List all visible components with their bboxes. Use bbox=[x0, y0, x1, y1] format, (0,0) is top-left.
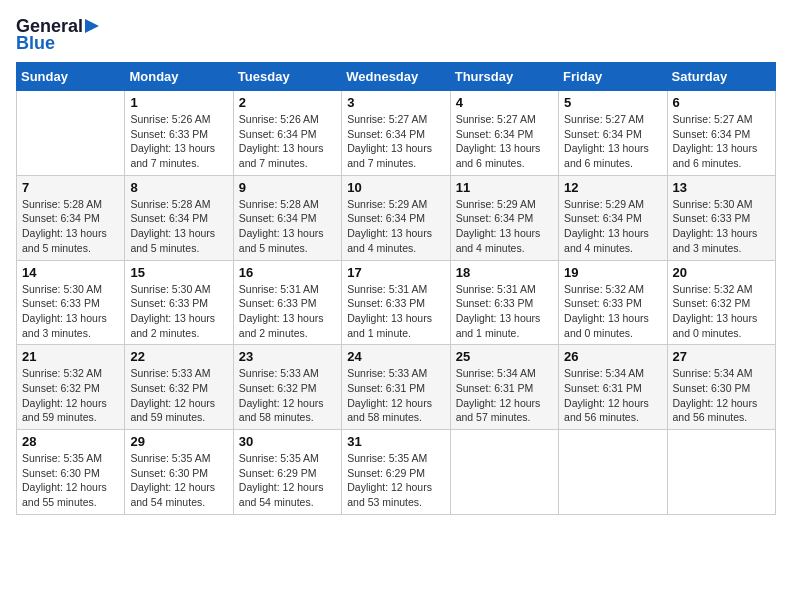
day-number: 7 bbox=[22, 180, 119, 195]
day-info: Sunrise: 5:29 AM Sunset: 6:34 PM Dayligh… bbox=[347, 197, 444, 256]
calendar-cell: 6Sunrise: 5:27 AM Sunset: 6:34 PM Daylig… bbox=[667, 91, 775, 176]
day-number: 11 bbox=[456, 180, 553, 195]
day-info: Sunrise: 5:27 AM Sunset: 6:34 PM Dayligh… bbox=[456, 112, 553, 171]
day-number: 22 bbox=[130, 349, 227, 364]
calendar-cell: 10Sunrise: 5:29 AM Sunset: 6:34 PM Dayli… bbox=[342, 175, 450, 260]
calendar-cell: 24Sunrise: 5:33 AM Sunset: 6:31 PM Dayli… bbox=[342, 345, 450, 430]
calendar-cell: 5Sunrise: 5:27 AM Sunset: 6:34 PM Daylig… bbox=[559, 91, 667, 176]
day-number: 9 bbox=[239, 180, 336, 195]
calendar-cell: 4Sunrise: 5:27 AM Sunset: 6:34 PM Daylig… bbox=[450, 91, 558, 176]
calendar-cell: 29Sunrise: 5:35 AM Sunset: 6:30 PM Dayli… bbox=[125, 430, 233, 515]
day-info: Sunrise: 5:32 AM Sunset: 6:32 PM Dayligh… bbox=[22, 366, 119, 425]
day-number: 21 bbox=[22, 349, 119, 364]
day-info: Sunrise: 5:33 AM Sunset: 6:32 PM Dayligh… bbox=[239, 366, 336, 425]
day-number: 23 bbox=[239, 349, 336, 364]
calendar-cell: 15Sunrise: 5:30 AM Sunset: 6:33 PM Dayli… bbox=[125, 260, 233, 345]
day-number: 29 bbox=[130, 434, 227, 449]
day-info: Sunrise: 5:35 AM Sunset: 6:29 PM Dayligh… bbox=[347, 451, 444, 510]
logo: General Blue bbox=[16, 16, 103, 54]
day-info: Sunrise: 5:28 AM Sunset: 6:34 PM Dayligh… bbox=[130, 197, 227, 256]
day-number: 8 bbox=[130, 180, 227, 195]
calendar-cell: 16Sunrise: 5:31 AM Sunset: 6:33 PM Dayli… bbox=[233, 260, 341, 345]
day-info: Sunrise: 5:29 AM Sunset: 6:34 PM Dayligh… bbox=[564, 197, 661, 256]
day-info: Sunrise: 5:31 AM Sunset: 6:33 PM Dayligh… bbox=[456, 282, 553, 341]
day-info: Sunrise: 5:27 AM Sunset: 6:34 PM Dayligh… bbox=[564, 112, 661, 171]
calendar-header-tuesday: Tuesday bbox=[233, 63, 341, 91]
day-number: 18 bbox=[456, 265, 553, 280]
calendar-cell: 3Sunrise: 5:27 AM Sunset: 6:34 PM Daylig… bbox=[342, 91, 450, 176]
day-number: 19 bbox=[564, 265, 661, 280]
calendar-cell: 7Sunrise: 5:28 AM Sunset: 6:34 PM Daylig… bbox=[17, 175, 125, 260]
day-info: Sunrise: 5:30 AM Sunset: 6:33 PM Dayligh… bbox=[130, 282, 227, 341]
day-info: Sunrise: 5:32 AM Sunset: 6:33 PM Dayligh… bbox=[564, 282, 661, 341]
day-info: Sunrise: 5:34 AM Sunset: 6:31 PM Dayligh… bbox=[564, 366, 661, 425]
day-info: Sunrise: 5:26 AM Sunset: 6:34 PM Dayligh… bbox=[239, 112, 336, 171]
calendar-week-row: 7Sunrise: 5:28 AM Sunset: 6:34 PM Daylig… bbox=[17, 175, 776, 260]
calendar-cell: 1Sunrise: 5:26 AM Sunset: 6:33 PM Daylig… bbox=[125, 91, 233, 176]
calendar-header-sunday: Sunday bbox=[17, 63, 125, 91]
day-info: Sunrise: 5:32 AM Sunset: 6:32 PM Dayligh… bbox=[673, 282, 770, 341]
day-number: 30 bbox=[239, 434, 336, 449]
calendar-cell: 26Sunrise: 5:34 AM Sunset: 6:31 PM Dayli… bbox=[559, 345, 667, 430]
day-info: Sunrise: 5:33 AM Sunset: 6:31 PM Dayligh… bbox=[347, 366, 444, 425]
calendar-header-friday: Friday bbox=[559, 63, 667, 91]
day-info: Sunrise: 5:35 AM Sunset: 6:30 PM Dayligh… bbox=[22, 451, 119, 510]
day-info: Sunrise: 5:28 AM Sunset: 6:34 PM Dayligh… bbox=[22, 197, 119, 256]
day-number: 6 bbox=[673, 95, 770, 110]
calendar-header-saturday: Saturday bbox=[667, 63, 775, 91]
day-number: 24 bbox=[347, 349, 444, 364]
calendar-cell: 30Sunrise: 5:35 AM Sunset: 6:29 PM Dayli… bbox=[233, 430, 341, 515]
day-number: 10 bbox=[347, 180, 444, 195]
calendar-cell bbox=[667, 430, 775, 515]
calendar-cell: 9Sunrise: 5:28 AM Sunset: 6:34 PM Daylig… bbox=[233, 175, 341, 260]
calendar-cell: 22Sunrise: 5:33 AM Sunset: 6:32 PM Dayli… bbox=[125, 345, 233, 430]
calendar-cell: 17Sunrise: 5:31 AM Sunset: 6:33 PM Dayli… bbox=[342, 260, 450, 345]
day-info: Sunrise: 5:26 AM Sunset: 6:33 PM Dayligh… bbox=[130, 112, 227, 171]
day-number: 26 bbox=[564, 349, 661, 364]
calendar-cell: 20Sunrise: 5:32 AM Sunset: 6:32 PM Dayli… bbox=[667, 260, 775, 345]
logo-blue: Blue bbox=[16, 33, 55, 54]
calendar-cell: 18Sunrise: 5:31 AM Sunset: 6:33 PM Dayli… bbox=[450, 260, 558, 345]
calendar-cell: 21Sunrise: 5:32 AM Sunset: 6:32 PM Dayli… bbox=[17, 345, 125, 430]
calendar-week-row: 14Sunrise: 5:30 AM Sunset: 6:33 PM Dayli… bbox=[17, 260, 776, 345]
day-number: 1 bbox=[130, 95, 227, 110]
calendar-cell: 28Sunrise: 5:35 AM Sunset: 6:30 PM Dayli… bbox=[17, 430, 125, 515]
calendar-week-row: 1Sunrise: 5:26 AM Sunset: 6:33 PM Daylig… bbox=[17, 91, 776, 176]
calendar-header-thursday: Thursday bbox=[450, 63, 558, 91]
day-number: 12 bbox=[564, 180, 661, 195]
day-info: Sunrise: 5:34 AM Sunset: 6:30 PM Dayligh… bbox=[673, 366, 770, 425]
day-number: 2 bbox=[239, 95, 336, 110]
day-info: Sunrise: 5:29 AM Sunset: 6:34 PM Dayligh… bbox=[456, 197, 553, 256]
day-number: 3 bbox=[347, 95, 444, 110]
day-info: Sunrise: 5:27 AM Sunset: 6:34 PM Dayligh… bbox=[673, 112, 770, 171]
day-number: 20 bbox=[673, 265, 770, 280]
day-info: Sunrise: 5:35 AM Sunset: 6:30 PM Dayligh… bbox=[130, 451, 227, 510]
calendar-cell: 31Sunrise: 5:35 AM Sunset: 6:29 PM Dayli… bbox=[342, 430, 450, 515]
calendar-week-row: 28Sunrise: 5:35 AM Sunset: 6:30 PM Dayli… bbox=[17, 430, 776, 515]
calendar-cell: 14Sunrise: 5:30 AM Sunset: 6:33 PM Dayli… bbox=[17, 260, 125, 345]
day-number: 25 bbox=[456, 349, 553, 364]
day-info: Sunrise: 5:31 AM Sunset: 6:33 PM Dayligh… bbox=[239, 282, 336, 341]
day-number: 4 bbox=[456, 95, 553, 110]
calendar-cell: 19Sunrise: 5:32 AM Sunset: 6:33 PM Dayli… bbox=[559, 260, 667, 345]
day-info: Sunrise: 5:31 AM Sunset: 6:33 PM Dayligh… bbox=[347, 282, 444, 341]
calendar-cell bbox=[559, 430, 667, 515]
calendar-week-row: 21Sunrise: 5:32 AM Sunset: 6:32 PM Dayli… bbox=[17, 345, 776, 430]
day-number: 27 bbox=[673, 349, 770, 364]
calendar-cell: 8Sunrise: 5:28 AM Sunset: 6:34 PM Daylig… bbox=[125, 175, 233, 260]
calendar-cell bbox=[450, 430, 558, 515]
logo-arrow-icon bbox=[85, 17, 103, 35]
day-info: Sunrise: 5:30 AM Sunset: 6:33 PM Dayligh… bbox=[22, 282, 119, 341]
day-number: 5 bbox=[564, 95, 661, 110]
day-number: 13 bbox=[673, 180, 770, 195]
calendar-cell: 2Sunrise: 5:26 AM Sunset: 6:34 PM Daylig… bbox=[233, 91, 341, 176]
calendar-header-monday: Monday bbox=[125, 63, 233, 91]
svg-marker-0 bbox=[85, 19, 99, 33]
day-number: 31 bbox=[347, 434, 444, 449]
day-number: 16 bbox=[239, 265, 336, 280]
calendar-header-row: SundayMondayTuesdayWednesdayThursdayFrid… bbox=[17, 63, 776, 91]
page-header: General Blue bbox=[16, 16, 776, 54]
day-info: Sunrise: 5:35 AM Sunset: 6:29 PM Dayligh… bbox=[239, 451, 336, 510]
day-info: Sunrise: 5:28 AM Sunset: 6:34 PM Dayligh… bbox=[239, 197, 336, 256]
day-info: Sunrise: 5:27 AM Sunset: 6:34 PM Dayligh… bbox=[347, 112, 444, 171]
